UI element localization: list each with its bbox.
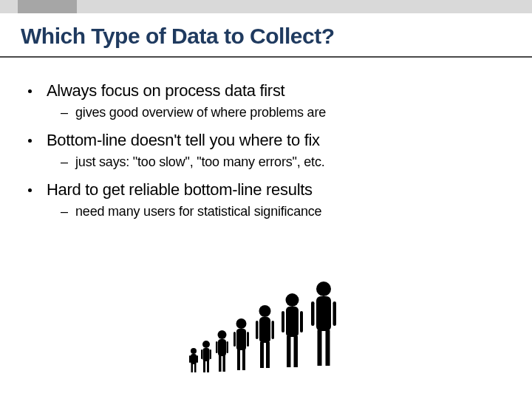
svg-rect-38 xyxy=(318,330,322,366)
svg-rect-20 xyxy=(237,349,240,370)
top-bar xyxy=(0,0,532,13)
svg-point-6 xyxy=(202,341,210,348)
svg-rect-13 xyxy=(218,339,226,356)
slide-content: Always focus on process data first – giv… xyxy=(28,81,501,230)
svg-rect-28 xyxy=(256,321,259,339)
svg-rect-5 xyxy=(197,355,198,363)
svg-rect-7 xyxy=(203,348,210,361)
svg-point-24 xyxy=(259,305,271,317)
person-icon xyxy=(255,304,275,375)
dash-icon: – xyxy=(61,204,68,219)
svg-rect-10 xyxy=(201,349,202,359)
svg-rect-33 xyxy=(294,336,299,367)
sub-text: just says: "too slow", "too many errors"… xyxy=(75,154,324,170)
svg-rect-1 xyxy=(191,354,197,364)
svg-point-18 xyxy=(236,318,247,329)
svg-rect-25 xyxy=(259,317,270,343)
svg-rect-32 xyxy=(287,336,291,367)
svg-rect-16 xyxy=(216,341,218,353)
sub-text: gives good overview of where problems ar… xyxy=(75,105,326,120)
svg-rect-3 xyxy=(194,364,197,372)
svg-rect-35 xyxy=(300,311,303,332)
svg-rect-14 xyxy=(219,355,222,372)
svg-rect-8 xyxy=(203,361,205,372)
dash-icon: – xyxy=(61,154,68,170)
bullet-text: Always focus on process data first xyxy=(47,81,284,100)
bullet-text: Bottom-line doesn't tell you where to fi… xyxy=(47,131,320,150)
bullet-dot-icon xyxy=(28,188,32,192)
svg-rect-17 xyxy=(227,341,229,353)
svg-rect-40 xyxy=(311,301,315,326)
sub-item: – gives good overview of where problems … xyxy=(61,105,501,120)
bullet-item: Bottom-line doesn't tell you where to fi… xyxy=(28,131,501,150)
person-icon xyxy=(200,340,212,375)
svg-rect-26 xyxy=(260,342,264,368)
bullet-item: Always focus on process data first xyxy=(28,81,501,100)
svg-point-30 xyxy=(286,293,299,307)
svg-rect-39 xyxy=(326,330,330,366)
svg-rect-31 xyxy=(286,307,299,337)
slide-title: Which Type of Data to Collect? xyxy=(21,24,334,49)
person-icon xyxy=(281,293,304,375)
svg-rect-11 xyxy=(210,349,211,359)
person-icon xyxy=(215,330,229,375)
svg-rect-9 xyxy=(207,361,209,372)
sub-item: – need many users for statistical signif… xyxy=(61,204,501,219)
svg-rect-34 xyxy=(282,311,284,332)
bullet-text: Hard to get reliable bottom-line results xyxy=(47,180,313,200)
bullet-dot-icon xyxy=(28,89,32,93)
svg-rect-22 xyxy=(233,332,236,347)
svg-point-36 xyxy=(316,282,331,296)
sub-text: need many users for statistical signific… xyxy=(75,204,321,219)
svg-rect-41 xyxy=(333,301,337,326)
sub-item: – just says: "too slow", "too many error… xyxy=(61,154,501,170)
svg-rect-2 xyxy=(191,364,194,372)
people-row-icon xyxy=(188,279,344,375)
person-icon xyxy=(188,347,199,375)
svg-point-0 xyxy=(191,348,197,354)
svg-rect-15 xyxy=(223,355,226,372)
person-icon xyxy=(233,318,250,375)
svg-rect-21 xyxy=(242,349,245,370)
svg-point-12 xyxy=(218,330,227,339)
top-accent xyxy=(18,0,77,13)
person-icon xyxy=(310,281,337,375)
svg-rect-27 xyxy=(266,342,270,368)
bullet-dot-icon xyxy=(28,139,32,143)
svg-rect-37 xyxy=(316,296,331,331)
title-underline xyxy=(0,56,532,58)
svg-rect-23 xyxy=(247,332,249,347)
dash-icon: – xyxy=(61,105,68,120)
svg-rect-4 xyxy=(189,355,191,363)
svg-rect-19 xyxy=(236,329,246,350)
bullet-item: Hard to get reliable bottom-line results xyxy=(28,180,501,200)
svg-rect-29 xyxy=(272,321,275,339)
